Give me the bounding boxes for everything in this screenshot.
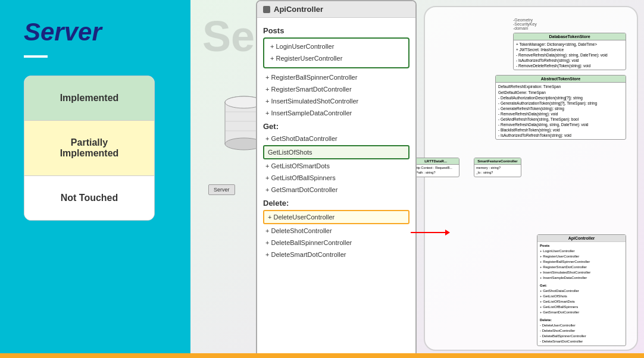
server-label: Server [208, 184, 235, 195]
left-panel: Server Implemented PartiallyImplemented … [0, 0, 190, 358]
method-login: + LoginUserController [268, 41, 405, 52]
uml-small-box-1: LRTTDataR... Http Context : RequestB... … [412, 158, 459, 177]
mini-get-list: + GetListOfShots [540, 294, 623, 299]
method-delete-shot: + DeleteShotController [263, 225, 409, 236]
mini-get-smart: + GetListOfSmartDots [540, 299, 623, 304]
uml-database-token-store: DatabaseTokenStore + TokenManager: Dicti… [513, 33, 626, 70]
mini-register-smart: + RegisterSmartDotController [540, 265, 623, 270]
api-controller-card: ApiController Posts + LoginUserControlle… [256, 0, 417, 358]
posts-highlighted-group: + LoginUserController + RegisterUserCont… [263, 37, 409, 68]
method-insert-sample: + InsertSampleDataController [263, 108, 409, 118]
page-title: Server [24, 18, 167, 46]
legend-box: Implemented PartiallyImplemented Not Tou… [24, 76, 155, 221]
uml-small-header-1: LRTTDataR... [412, 158, 459, 165]
diagram-area: Se Server ApiController Posts [190, 0, 644, 358]
mini-get-ball: + GetListOfBallSpinners [540, 304, 623, 310]
mini-delete-smart: - DeleteSmartDotController [540, 339, 623, 344]
legend-partial-label: PartiallyImplemented [60, 137, 119, 158]
uml-small-header-2: SmartFeatureController [474, 158, 521, 165]
method-delete-ball: + DeleteBallSpinnerController [263, 237, 409, 248]
method-register-ball: + RegisterBallSpinnerController [263, 72, 409, 83]
uml-small-content-2: memory : string? _lo : string? [474, 165, 521, 176]
uml-container: -Geometry -SecurityKey -domain DatabaseT… [406, 18, 632, 180]
mini-login: + LoginUserController [540, 249, 623, 254]
mini-delete-shot: - DeleteShotController [540, 328, 623, 334]
uml-small-box-2: SmartFeatureController memory : string? … [474, 158, 521, 177]
mini-delete-user: - DeleteUserController [540, 323, 623, 328]
legend-partial: PartiallyImplemented [24, 121, 154, 176]
card-body[interactable]: Posts + LoginUserController + RegisterUs… [257, 18, 415, 354]
main-content: Se Server ApiController Posts [190, 0, 644, 358]
card-icon [263, 6, 270, 13]
method-register-user: + RegisterUserController [268, 53, 405, 64]
method-get-list-smart: + GetListOfSmartDots [263, 161, 409, 171]
uml-abstract-token-store: AbstractTokenStore DefaultRefreshExpirat… [495, 75, 626, 140]
uml-label-securitykey: -SecurityKey [513, 22, 537, 26]
method-register-smart: + RegisterSmartDotController [263, 84, 409, 95]
legend-not-touched: Not Touched [24, 176, 154, 220]
legend-implemented: Implemented [24, 76, 154, 121]
bottom-bar [0, 353, 644, 358]
method-get-list-ball: + GetListOfBallSpinners [263, 172, 409, 183]
uml-abstract-content: DefaultRefreshExpiration: TimeSpan GetDe… [496, 83, 626, 139]
mini-delete-label: Delete: [540, 318, 623, 323]
mini-posts-label: Posts [540, 243, 623, 249]
mini-api-title: ApiController [537, 235, 626, 242]
title-underline [24, 55, 48, 58]
get-section-title: Get: [263, 122, 409, 131]
mini-api-get: Get: + GetShotDataController + GetListOf… [537, 282, 626, 316]
red-arrow [411, 232, 446, 233]
method-get-list-shots: GetListOfShots [263, 145, 409, 159]
mini-delete-ball: - DeleteBallSpinnerController [540, 334, 623, 339]
mini-api-posts: Posts + LoginUserController + RegisterUs… [537, 242, 626, 282]
card-header: ApiController [257, 1, 415, 18]
method-insert-simulated: + InsertSimulatedShotController [263, 96, 409, 106]
uml-database-header: DatabaseTokenStore [514, 33, 626, 40]
uml-database-content: + TokenManager: Dictionary<string, DateT… [514, 40, 626, 70]
uml-abstract-header: AbstractTokenStore [496, 76, 626, 83]
uml-label-geometry: -Geometry [513, 18, 533, 22]
delete-section-title: Delete: [263, 199, 409, 208]
uml-label-domain: -domain [513, 26, 528, 30]
mini-get-shot: + GetShotDataController [540, 288, 623, 294]
mini-api-delete: Delete: - DeleteUserController - DeleteS… [537, 316, 626, 346]
card-title: ApiController [274, 5, 323, 14]
mini-register-user: + RegisterUserController [540, 254, 623, 259]
mini-api-controller: ApiController Posts + LoginUserControlle… [537, 234, 626, 346]
mini-get-label: Get: [540, 283, 623, 288]
mini-get-smartdot: + GetSmartDotController [540, 310, 623, 315]
method-delete-smart: + DeleteSmartDotController [263, 249, 409, 260]
mini-insert-simulated: + InsertSimulatedShotController [540, 270, 623, 275]
mini-register-ball: + RegisterBallSpinnerController [540, 259, 623, 265]
method-get-smart-dot: + GetSmartDotController [263, 184, 409, 195]
method-get-shot: + GetShotDataController [263, 133, 409, 144]
posts-section-title: Posts [263, 26, 409, 35]
mini-insert-sample: + InsertSampleDataController [540, 275, 623, 281]
se-text: Se [202, 12, 255, 61]
uml-small-content-1: Http Context : RequestB... _Path : strin… [412, 165, 459, 176]
method-delete-user: + DeleteUserController [263, 210, 409, 224]
